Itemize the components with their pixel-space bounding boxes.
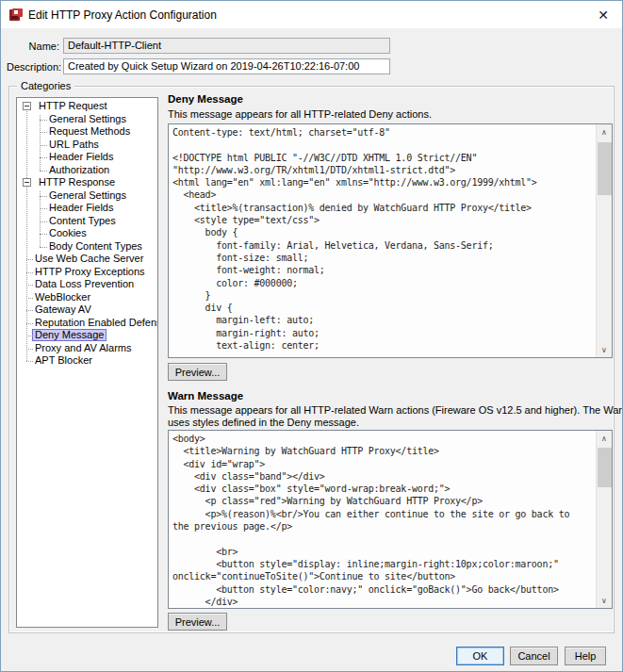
tree-item-label: Data Loss Prevention bbox=[32, 278, 137, 290]
tree-item-label: Cookies bbox=[46, 227, 90, 239]
tree-item-label: APT Blocker bbox=[32, 354, 95, 367]
tree-item-proxy-and-av-alarms[interactable]: Proxy and AV Alarms bbox=[17, 342, 157, 355]
tree-dash-connector bbox=[40, 221, 47, 222]
ok-button[interactable]: OK bbox=[456, 647, 504, 665]
tree-item-label: Header Fields bbox=[46, 202, 116, 214]
collapse-minus-icon[interactable] bbox=[23, 178, 31, 187]
tree-dash-connector bbox=[26, 259, 33, 260]
tree-dash-connector bbox=[40, 145, 47, 146]
tree-item-reputation-enabled-defense[interactable]: Reputation Enabled Defense bbox=[17, 317, 157, 330]
warn-message-code[interactable]: <body> <title>Warning by WatchGuard HTTP… bbox=[172, 433, 594, 608]
edit-http-proxy-action-dialog: { "window": { "title": "Edit HTTP Proxy … bbox=[0, 0, 623, 672]
window-title: Edit HTTP Proxy Action Configuration bbox=[28, 8, 217, 22]
help-button[interactable]: Help bbox=[565, 647, 606, 665]
tree-item-header-fields[interactable]: Header Fields bbox=[17, 151, 157, 164]
tree-item-url-paths[interactable]: URL Paths bbox=[17, 139, 157, 152]
tree-item-label: HTTP Response bbox=[36, 176, 118, 188]
tree-item-header-fields[interactable]: Header Fields bbox=[17, 202, 157, 215]
tree-item-label: Body Content Types bbox=[46, 240, 145, 253]
deny-scrollbar-thumb[interactable] bbox=[598, 142, 612, 195]
tree-item-http-proxy-exceptions[interactable]: HTTP Proxy Exceptions bbox=[17, 266, 157, 279]
categories-groupbox: Categories HTTP RequestGeneral SettingsR… bbox=[8, 86, 615, 633]
tree-item-label: Header Fields bbox=[46, 151, 116, 163]
tree-dash-connector bbox=[40, 196, 47, 197]
tree-item-label: Proxy and AV Alarms bbox=[32, 342, 135, 354]
tree-item-authorization[interactable]: Authorization bbox=[17, 164, 157, 177]
tree-item-label: WebBlocker bbox=[32, 291, 93, 303]
title-bar: Edit HTTP Proxy Action Configuration ✕ bbox=[1, 1, 622, 28]
tree-item-content-types[interactable]: Content Types bbox=[17, 215, 157, 228]
close-icon[interactable]: ✕ bbox=[594, 6, 613, 25]
tree-item-deny-message[interactable]: Deny Message bbox=[17, 329, 157, 342]
tree-item-body-content-types[interactable]: Body Content Types bbox=[17, 240, 157, 254]
tree-item-label: URL Paths bbox=[46, 139, 102, 151]
tree-item-general-settings[interactable]: General Settings bbox=[17, 113, 157, 126]
tree-item-cookies[interactable]: Cookies bbox=[17, 227, 157, 240]
tree-dash-connector bbox=[40, 208, 47, 209]
name-field[interactable]: Default-HTTP-Client bbox=[63, 38, 390, 54]
tree-dash-connector bbox=[40, 234, 47, 235]
warn-scrollbar[interactable]: ∧ ∨ bbox=[596, 431, 612, 608]
tree-dash-connector bbox=[40, 157, 47, 158]
deny-message-heading: Deny Message bbox=[168, 93, 243, 105]
name-label: Name: bbox=[7, 41, 59, 52]
tree-item-label: General Settings bbox=[46, 113, 129, 125]
warn-message-description-line2: uses styles defined in the Deny message. bbox=[168, 417, 359, 428]
tree-item-webblocker[interactable]: WebBlocker bbox=[17, 291, 157, 304]
warn-scrollbar-thumb[interactable] bbox=[598, 448, 612, 487]
tree-item-use-web-cache-server[interactable]: Use Web Cache Server bbox=[17, 253, 157, 266]
tree-item-label: Reputation Enabled Defense bbox=[32, 317, 158, 329]
warn-message-editor[interactable]: <body> <title>Warning by WatchGuard HTTP… bbox=[168, 430, 613, 609]
tree-dash-connector bbox=[26, 349, 33, 350]
tree-item-http-response[interactable]: HTTP Response bbox=[17, 176, 157, 189]
deny-message-description: This message appears for all HTTP-relate… bbox=[168, 108, 432, 120]
tree-item-label: Request Methods bbox=[46, 125, 133, 138]
categories-tree[interactable]: HTTP RequestGeneral SettingsRequest Meth… bbox=[16, 97, 158, 628]
scroll-up-icon[interactable]: ∧ bbox=[597, 431, 612, 446]
description-label: Description: bbox=[7, 61, 59, 73]
scroll-up-icon[interactable]: ∧ bbox=[597, 124, 612, 139]
tree-dash-connector bbox=[40, 132, 47, 133]
categories-group-label: Categories bbox=[17, 80, 74, 91]
tree-dash-connector bbox=[26, 272, 33, 273]
tree-dash-connector bbox=[26, 361, 33, 362]
tree-dash-connector bbox=[26, 310, 33, 311]
deny-preview-button[interactable]: Preview... bbox=[168, 363, 227, 381]
warn-message-heading: Warn Message bbox=[168, 390, 243, 402]
tree-item-label: Gateway AV bbox=[32, 303, 94, 316]
tree-item-label: HTTP Proxy Exceptions bbox=[32, 266, 148, 278]
tree-dash-connector bbox=[26, 298, 33, 299]
deny-scrollbar[interactable]: ∧ ∨ bbox=[596, 124, 612, 357]
description-field[interactable]: Created by Quick Setup Wizard on 2019-04… bbox=[63, 58, 390, 74]
collapse-minus-icon[interactable] bbox=[23, 102, 31, 110]
tree-dash-connector bbox=[26, 323, 33, 324]
tree-dash-connector bbox=[26, 336, 33, 336]
tree-dash-connector bbox=[40, 247, 47, 248]
tree-item-label: General Settings bbox=[46, 189, 129, 202]
tree-item-request-methods[interactable]: Request Methods bbox=[17, 125, 157, 139]
tree-item-data-loss-prevention[interactable]: Data Loss Prevention bbox=[17, 278, 157, 291]
tree-item-label: Authorization bbox=[46, 164, 112, 176]
warn-message-description-line1: This message appears for all HTTP-relate… bbox=[168, 404, 623, 416]
tree-item-label: Deny Message bbox=[32, 329, 107, 341]
scroll-down-icon[interactable]: ∨ bbox=[597, 342, 612, 357]
tree-item-label: HTTP Request bbox=[36, 100, 110, 112]
warn-preview-button[interactable]: Preview... bbox=[168, 613, 227, 631]
tree-item-http-request[interactable]: HTTP Request bbox=[17, 100, 157, 113]
tree-item-gateway-av[interactable]: Gateway AV bbox=[17, 303, 157, 317]
tree-dash-connector bbox=[26, 285, 33, 286]
deny-message-code[interactable]: Content-type: text/html; charset="utf-8"… bbox=[172, 126, 594, 357]
tree-item-label: Use Web Cache Server bbox=[32, 253, 146, 265]
deny-message-editor[interactable]: Content-type: text/html; charset="utf-8"… bbox=[168, 123, 613, 358]
tree-item-general-settings[interactable]: General Settings bbox=[17, 189, 157, 203]
scroll-down-icon[interactable]: ∨ bbox=[597, 593, 612, 608]
tree-item-label: Content Types bbox=[46, 215, 119, 227]
tree-dash-connector bbox=[40, 171, 47, 172]
app-icon bbox=[9, 8, 23, 22]
tree-dash-connector bbox=[40, 120, 47, 121]
tree-item-apt-blocker[interactable]: APT Blocker bbox=[17, 354, 157, 368]
cancel-button[interactable]: Cancel bbox=[510, 647, 558, 665]
